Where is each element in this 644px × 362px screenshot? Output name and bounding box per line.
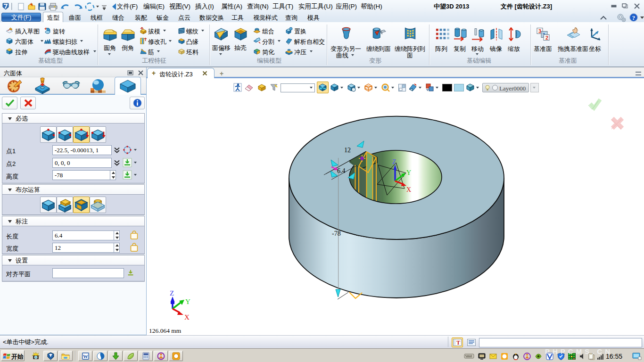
svg-text:T: T	[456, 339, 460, 346]
svg-text:Z: Z	[170, 289, 174, 297]
svg-text:X: X	[406, 186, 411, 193]
svg-text:12: 12	[344, 147, 351, 154]
svg-text:W: W	[83, 353, 88, 359]
svg-text:6.4: 6.4	[337, 167, 346, 174]
svg-text:Z: Z	[392, 158, 396, 165]
svg-text:-78: -78	[332, 230, 341, 237]
svg-text:Y: Y	[406, 169, 411, 176]
svg-text:X: X	[184, 313, 190, 321]
svg-text:Y: Y	[185, 298, 190, 305]
